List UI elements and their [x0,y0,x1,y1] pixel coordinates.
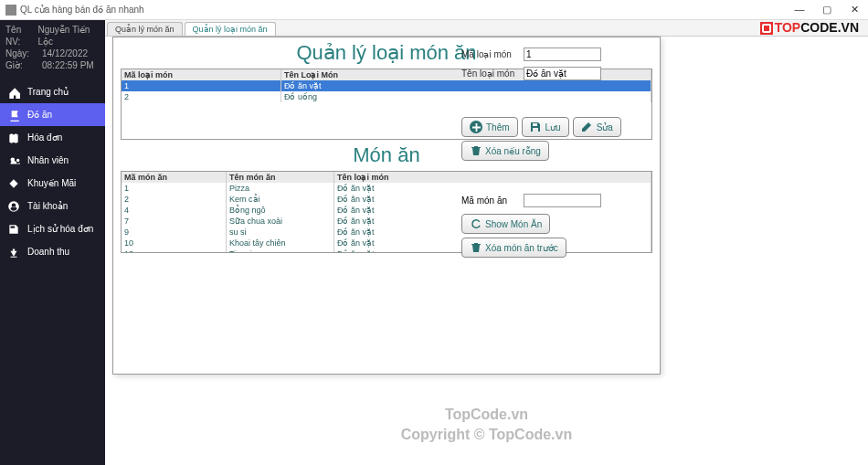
table-row[interactable]: 10Khoai tây chiênĐồ ăn vặt [122,238,651,248]
sidebar: Tên NV:Nguyễn Tiến Lộc Ngày:14/12/2022 G… [0,20,105,465]
show-food-button[interactable]: Show Món Ăn [461,214,550,234]
food-form: Mã món ăn [461,194,601,207]
app-icon [5,5,16,16]
nav-item-1[interactable]: Đồ ăn [0,103,105,126]
edit-button-label: Sửa [597,122,613,132]
table-row[interactable]: 12TiramisuĐồ ăn vặt [122,248,651,253]
nav-icon [7,246,20,259]
tab-1[interactable]: Quản lý loại món ăn [185,22,276,36]
nav-icon [7,86,20,99]
trash-icon [470,145,482,157]
user-time-lbl: Giờ: [5,59,42,71]
user-date: 14/12/2022 [42,48,88,59]
minimize-button[interactable]: — [786,4,813,16]
food-col-id: Mã món ăn [122,172,227,183]
save-button[interactable]: Lưu [522,117,569,137]
refresh-icon [470,218,482,230]
food-col-name: Tên món ăn [227,172,334,183]
nav-item-6[interactable]: Lịch sử hóa đơn [0,217,105,240]
nav-icon [7,223,20,236]
add-button[interactable]: Thêm [461,117,518,137]
category-form: Mã loại món Tên loại món [461,48,601,86]
food-col-cat: Tên loại món [334,172,651,183]
table-row[interactable]: 9su siĐồ ăn vặt [122,227,651,238]
footer-line1: TopCode.vn [105,405,868,425]
watermark-icon [760,22,773,35]
user-date-lbl: Ngày: [5,48,42,59]
table-row[interactable]: 7Sữa chua xoàiĐồ ăn vặt [122,216,651,227]
delete-prev-food-button[interactable]: Xóa món ăn trước [461,238,566,258]
footer-line2: Copyright © TopCode.vn [105,425,868,445]
user-name-lbl: Tên NV: [5,24,37,48]
nav-label: Nhân viên [27,155,69,165]
heading-food: Món ăn [113,143,660,167]
nav-icon [7,132,20,144]
nav-label: Tài khoản [27,201,68,211]
nav-item-2[interactable]: Hóa đơn [0,126,105,149]
nav-item-4[interactable]: Khuyến Mãi [0,172,105,195]
cat-name-label: Tên loại món [461,69,524,79]
food-id-input[interactable] [524,194,601,207]
plus-icon [470,121,482,133]
food-table[interactable]: Mã món ăn Tên món ăn Tên loại món 1Pizza… [121,171,652,253]
workspace: Quản lý món ănQuản lý loại món ăn Quản l… [105,20,868,465]
add-button-label: Thêm [486,122,510,132]
food-id-label: Mã món ăn [461,196,524,206]
maximize-button[interactable]: ▢ [813,4,841,16]
watermark-logo: TOPCODE.VN [760,20,859,35]
nav-label: Doanh thu [27,247,69,257]
nav-icon [7,200,20,213]
user-info: Tên NV:Nguyễn Tiến Lộc Ngày:14/12/2022 G… [0,20,105,75]
table-row[interactable]: 2Đồ uống [122,91,651,102]
nav-label: Hóa đơn [27,132,62,143]
nav-label: Đồ ăn [27,110,52,120]
pencil-icon [581,122,593,133]
delete-prev-food-label: Xóa món ăn trước [485,243,558,253]
save-icon [530,122,542,133]
nav-item-5[interactable]: Tài khoản [0,195,105,217]
save-button-label: Lưu [545,122,561,132]
close-button[interactable]: ✕ [841,4,868,16]
user-name: Nguyễn Tiến Lộc [37,24,100,48]
tab-0[interactable]: Quản lý món ăn [107,22,183,36]
nav-item-0[interactable]: Trang chủ [0,80,105,103]
cat-id-label: Mã loại món [461,49,524,59]
user-time: 08:22:59 PM [42,59,94,71]
delete-if-empty-label: Xóa nếu rỗng [485,146,541,156]
window-titlebar: QL cửa hàng bán đồ ăn nhanh — ▢ ✕ [0,0,868,20]
edit-button[interactable]: Sửa [573,117,621,137]
nav-icon [7,109,20,122]
nav-label: Trang chủ [27,87,69,97]
nav-label: Lịch sử hóa đơn [27,224,93,234]
trash-icon [470,242,482,254]
table-row[interactable]: 1PizzaĐồ ăn vặt [122,183,651,194]
cat-id-input[interactable] [524,48,601,61]
nav-item-3[interactable]: Nhân viên [0,149,105,172]
window-title: QL cửa hàng bán đồ ăn nhanh [20,5,144,15]
nav-label: Khuyến Mãi [27,178,76,188]
delete-if-empty-button[interactable]: Xóa nếu rỗng [461,141,549,161]
nav-icon [7,154,20,167]
show-food-label: Show Món Ăn [485,219,542,229]
tab-bar: Quản lý món ănQuản lý loại món ăn [105,20,868,37]
cat-col-id: Mã loại món [122,69,281,80]
cat-name-input[interactable] [524,67,601,80]
footer-watermark: TopCode.vn Copyright © TopCode.vn [105,405,868,445]
nav-icon [7,177,20,190]
nav-item-7[interactable]: Doanh thu [0,240,105,263]
